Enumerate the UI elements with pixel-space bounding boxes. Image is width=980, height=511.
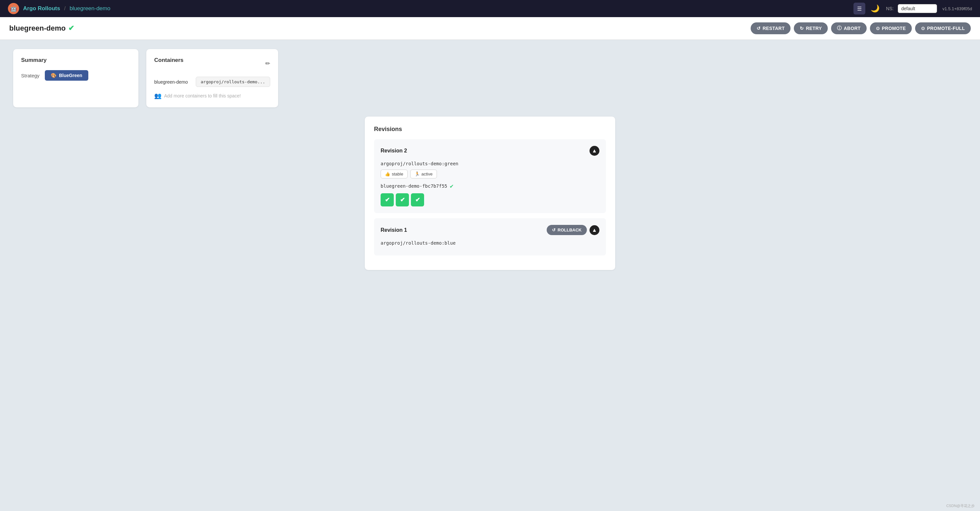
header-actions: ↺ RESTART ↻ RETRY ⓘ ABORT ⊙ PROMOTE ⊙ PR…	[751, 22, 971, 34]
rollback-label: ROLLBACK	[558, 227, 582, 232]
pod-1: ✔	[380, 193, 394, 206]
containers-header: Containers ✏	[154, 57, 270, 70]
active-label: active	[422, 171, 433, 176]
add-containers-icon: 👥	[154, 92, 161, 100]
dark-mode-button[interactable]: 🌙	[870, 4, 880, 13]
edit-icon[interactable]: ✏	[265, 60, 270, 67]
brand-link[interactable]: Argo Rollouts	[23, 5, 60, 12]
container-row: bluegreen-demo argoproj/rollouts-demo...	[154, 77, 270, 87]
pods-row: ✔ ✔ ✔	[380, 193, 600, 206]
summary-title: Summary	[21, 57, 130, 63]
retry-button[interactable]: ↻ RETRY	[794, 22, 828, 34]
retry-icon: ↻	[800, 26, 804, 31]
containers-title: Containers	[154, 57, 183, 63]
revisions-title: Revisions	[374, 126, 606, 133]
revision-2-name: Revision 2	[380, 148, 407, 154]
strategy-badge-text: BlueGreen	[59, 73, 83, 78]
revision-1-name: Revision 1	[380, 227, 407, 233]
restart-button[interactable]: ↺ RESTART	[751, 22, 791, 34]
title-text: bluegreen-demo	[9, 24, 65, 33]
revisions-card: Revisions Revision 2 ▲ argoproj/rollouts…	[365, 117, 615, 270]
main-content: Summary Strategy 🎨 BlueGreen Containers …	[0, 40, 980, 511]
promote-button[interactable]: ⊙ PROMOTE	[870, 22, 912, 34]
rollback-icon: ↺	[552, 227, 555, 232]
namespace-label: NS:	[886, 6, 894, 11]
breadcrumb-sub: bluegreen-demo	[70, 5, 110, 12]
revision-1-header: Revision 1 ↺ ROLLBACK ▲	[380, 225, 600, 235]
abort-button[interactable]: ⓘ ABORT	[831, 22, 867, 34]
header-bar: bluegreen-demo ✔ ↺ RESTART ↻ RETRY ⓘ ABO…	[0, 17, 980, 40]
promote-icon: ⊙	[876, 26, 880, 31]
pod-2: ✔	[396, 193, 409, 206]
breadcrumb-separator: /	[64, 5, 65, 12]
active-icon: 🏃	[415, 171, 420, 176]
docs-button[interactable]: ☰	[853, 3, 865, 14]
restart-icon: ↺	[757, 26, 760, 31]
containers-card: Containers ✏ bluegreen-demo argoproj/rol…	[146, 49, 278, 107]
revision-2-block: Revision 2 ▲ argoproj/rollouts-demo:gree…	[374, 139, 606, 213]
add-containers-label: Add more containers to fill this space!	[164, 93, 241, 98]
promote-full-button[interactable]: ⊙ PROMOTE-FULL	[915, 22, 971, 34]
summary-card: Summary Strategy 🎨 BlueGreen	[13, 49, 138, 107]
cards-row: Summary Strategy 🎨 BlueGreen Containers …	[13, 49, 967, 107]
abort-icon: ⓘ	[837, 25, 842, 31]
strategy-badge-icon: 🎨	[51, 73, 56, 78]
strategy-label: Strategy	[21, 73, 40, 78]
revision-2-collapse-button[interactable]: ▲	[590, 146, 600, 156]
stable-tag: 👍 stable	[380, 170, 407, 178]
add-containers-hint: 👥 Add more containers to fill this space…	[154, 92, 270, 100]
revision-1-image: argoproj/rollouts-demo:blue	[380, 240, 600, 246]
revision-2-header: Revision 2 ▲	[380, 146, 600, 156]
rollback-button[interactable]: ↺ ROLLBACK	[547, 225, 587, 235]
revision-1-block: Revision 1 ↺ ROLLBACK ▲ argoproj/rollout…	[374, 218, 606, 256]
app-logo: 🤖	[8, 3, 19, 14]
revision-2-controls: ▲	[590, 146, 600, 156]
revision-2-image: argoproj/rollouts-demo:green	[380, 161, 600, 166]
title-check-icon: ✔	[68, 24, 74, 33]
stable-label: stable	[392, 171, 403, 176]
version-label: v1.5.1+839f05d	[942, 6, 972, 11]
top-navigation: 🤖 Argo Rollouts / bluegreen-demo ☰ 🌙 NS:…	[0, 0, 980, 17]
revision-1-collapse-button[interactable]: ▲	[590, 225, 600, 235]
replica-name: bluegreen-demo-fbc7b7f55 ✔	[380, 182, 600, 189]
container-image: argoproj/rollouts-demo...	[196, 77, 270, 87]
pod-3: ✔	[411, 193, 424, 206]
replica-check-icon: ✔	[450, 182, 453, 189]
summary-row: Strategy 🎨 BlueGreen	[21, 70, 130, 81]
strategy-badge: 🎨 BlueGreen	[45, 70, 88, 81]
page-title: bluegreen-demo ✔	[9, 24, 74, 33]
promote-full-icon: ⊙	[921, 26, 925, 31]
revision-1-controls: ↺ ROLLBACK ▲	[547, 225, 600, 235]
container-name: bluegreen-demo	[154, 79, 191, 85]
namespace-input[interactable]	[897, 4, 937, 13]
revision-2-tags: 👍 stable 🏃 active	[380, 170, 600, 178]
active-tag: 🏃 active	[410, 170, 437, 178]
watermark: CSDN@寻花之步	[947, 503, 975, 508]
stable-icon: 👍	[385, 171, 390, 176]
